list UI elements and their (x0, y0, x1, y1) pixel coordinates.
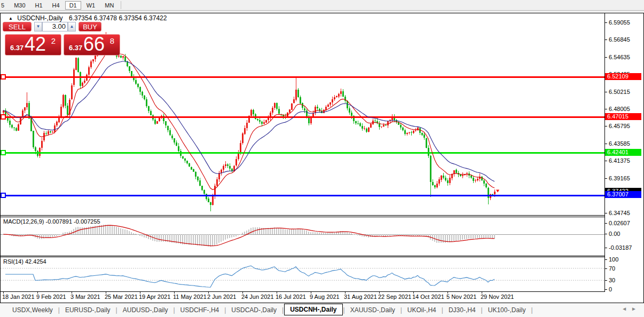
axis-tick (605, 57, 607, 58)
date-label: 25 Mar 2021 (105, 294, 138, 300)
date-label: 29 Nov 2021 (481, 294, 514, 300)
date-label: 18 Jan 2021 (2, 294, 35, 300)
sell-button[interactable]: SELL (3, 22, 32, 31)
tab-scroll-arrows[interactable]: ◄► (622, 306, 641, 312)
buy-button[interactable]: BUY (78, 22, 101, 31)
buy-price-box[interactable]: 6.37 66 8 (64, 34, 120, 56)
tab-separator: | (442, 306, 443, 314)
timeframe-button-w1[interactable]: W1 (82, 1, 100, 10)
buy-price-pip: 8 (110, 36, 114, 45)
tab-scroll-right-icon[interactable]: ► (631, 306, 641, 312)
axis-tick (605, 289, 607, 290)
date-label: 24 Jun 2021 (241, 294, 274, 300)
axis-tick (605, 234, 607, 234)
axis-tick (605, 248, 607, 248)
macd-tick-label: 0.02607 (609, 220, 630, 226)
date-label: 2 Jun 2021 (207, 294, 236, 300)
macd-label: MACD(12,26,9) -0.007891 -0.007255 (3, 218, 100, 225)
price-tag: 6.47015 (605, 113, 641, 120)
sell-price-box[interactable]: 6.37 42 2 (5, 34, 61, 56)
macd-tick-label: 0.00 (609, 231, 620, 237)
timeframe-button-5[interactable]: 5 (0, 1, 9, 10)
tab-separator: | (116, 306, 117, 314)
tab-usdx-weekly[interactable]: USDX,Weekly (7, 304, 58, 316)
axis-tick (605, 178, 607, 179)
tab-scroll-left-icon[interactable]: ◄ (622, 306, 631, 312)
date-label: 14 Oct 2021 (412, 294, 444, 300)
sell-price-prefix: 6.37 (10, 44, 23, 52)
tab-xauusd-daily[interactable]: XAUUSD-,Daily (345, 304, 400, 316)
rsi-indicator-canvas[interactable] (1, 257, 604, 291)
macd-tick-label: -0.03187 (609, 244, 632, 251)
tab-audusd-daily[interactable]: AUDUSD-,Daily (118, 304, 173, 316)
price-tick-label: 6.41375 (609, 157, 630, 164)
price-tick-label: 6.34745 (609, 210, 630, 216)
price-tag: 6.42401 (605, 149, 641, 156)
rsi-tick-label: 100 (609, 256, 618, 263)
timeframe-button-d1[interactable]: D1 (65, 1, 81, 10)
ohlc-readout: 6.37354 6.37478 6.37354 6.37422 (69, 14, 167, 22)
price-tick-label: 6.48005 (609, 106, 630, 112)
tab-separator: | (224, 306, 226, 314)
tab-eurusd-daily[interactable]: EURUSD-,Daily (60, 304, 115, 316)
chart-title: ▲ USDCNH-,Daily 6.37354 6.37478 6.37354 … (9, 14, 167, 22)
rsi-tick-label: 0 (609, 286, 612, 292)
price-tick-label: 6.50215 (609, 89, 630, 95)
axis-tick (605, 280, 607, 281)
axis-tick (605, 268, 607, 269)
axis-tick (605, 126, 607, 126)
volume-input[interactable]: 3.00 (42, 22, 68, 31)
date-label: 9 Feb 2021 (36, 294, 66, 300)
timeframe-button-mn[interactable]: MN (100, 1, 118, 10)
price-tag: 6.52109 (605, 73, 641, 80)
volume-decrease-button[interactable]: ▼ (34, 22, 42, 31)
main-pane-border (0, 215, 644, 216)
axis-tick (605, 161, 607, 161)
date-label: 19 Apr 2021 (139, 294, 170, 300)
price-tick-label: 6.45795 (609, 123, 630, 129)
buy-price-prefix: 6.37 (69, 44, 82, 52)
tab-separator: | (400, 306, 402, 314)
axis-tick (605, 39, 607, 40)
tab-separator: | (173, 306, 175, 314)
date-label: 5 Nov 2021 (446, 294, 476, 300)
date-label: 22 Sep 2021 (378, 294, 411, 300)
price-tick-label: 6.43585 (609, 140, 630, 147)
price-tick-label: 6.39165 (609, 175, 630, 181)
sell-price-main: 42 (25, 33, 46, 56)
date-label: 16 Jul 2021 (276, 294, 306, 300)
tab-usdchf-h4[interactable]: USDCHF-,H4 (176, 304, 224, 316)
price-tag: 6.37007 (605, 191, 641, 198)
timeframe-button-m30[interactable]: M30 (10, 1, 29, 10)
symbol-tabbar: USDX,Weekly|EURUSD-,Daily|AUDUSD-,Daily|… (0, 303, 644, 317)
rsi-tick-label: 30 (609, 277, 615, 283)
timeframe-button-h4[interactable]: H4 (48, 1, 64, 10)
collapse-triangle-icon[interactable]: ▲ (9, 16, 13, 21)
date-label: 31 Aug 2021 (344, 294, 377, 300)
one-click-trade-panel: SELL ▼ 3.00 ▲ BUY 6.37 42 2 6.37 66 8 (3, 22, 122, 56)
axis-tick (605, 22, 607, 23)
timeframe-button-h1[interactable]: H1 (31, 1, 47, 10)
axis-tick (605, 92, 607, 92)
date-label: 9 Aug 2021 (310, 294, 340, 300)
rsi-tick-label: 70 (609, 265, 615, 272)
tab-dj30-h4[interactable]: DJ30-,H4 (444, 304, 481, 316)
date-label: 3 Mar 2021 (70, 294, 100, 300)
timeframe-toolbar: 5M30H1H4D1W1MN (0, 0, 644, 11)
price-tick-label: 6.54635 (609, 54, 630, 60)
tab-separator: | (282, 306, 284, 314)
tab-usdcad-daily[interactable]: USDCAD-,Daily (226, 304, 281, 316)
volume-increase-button[interactable]: ▲ (68, 22, 76, 31)
axis-tick (605, 223, 607, 224)
sell-price-pip: 2 (51, 36, 56, 45)
trading-terminal: 5M30H1H4D1W1MN ▲ USDCNH-,Daily 6.37354 6… (0, 0, 644, 317)
tab-uk100-daily[interactable]: UK100-,Daily (483, 304, 531, 316)
price-tick-label: 6.56845 (609, 36, 630, 43)
buy-price-main: 66 (83, 33, 105, 56)
price-tick-label: 6.59055 (609, 19, 630, 26)
symbol-period-label: USDCNH-,Daily (17, 14, 62, 22)
tab-ukoil-h4[interactable]: UKOil-,H4 (403, 304, 441, 316)
axis-tick (605, 109, 607, 109)
rsi-label: RSI(14) 42.4254 (3, 258, 46, 265)
tab-usdcnh-daily[interactable]: USDCNH-,Daily (284, 304, 342, 315)
